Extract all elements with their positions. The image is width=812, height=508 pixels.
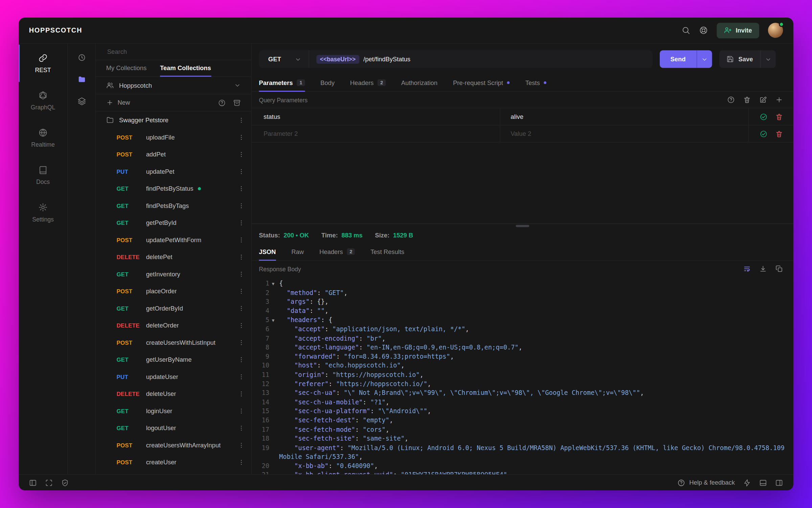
parameter-delete-icon[interactable] (775, 130, 783, 137)
nav-item-settings[interactable]: Settings (19, 194, 67, 231)
bulk-edit-icon[interactable] (759, 96, 767, 104)
right-panel-toggle-icon[interactable] (775, 479, 783, 487)
wrap-lines-icon[interactable] (743, 265, 751, 273)
support-button[interactable] (699, 26, 708, 35)
collection-item[interactable]: POST createUsersWithListInput (96, 334, 251, 351)
send-options-caret[interactable] (697, 50, 712, 68)
request-tab[interactable]: Parameters 1 (259, 75, 305, 92)
more-options-icon[interactable] (238, 168, 245, 175)
fold-arrow-icon[interactable] (272, 317, 275, 323)
collection-item[interactable]: POST uploadFile (96, 129, 251, 146)
history-tab-button[interactable] (73, 49, 90, 66)
url-input[interactable]: <<baseUrl>> /pet/findByStatus (309, 50, 652, 68)
collections-tab-button[interactable] (73, 70, 90, 88)
expand-icon[interactable] (45, 479, 53, 487)
fold-arrow-icon[interactable] (272, 281, 275, 287)
sidebar-toggle-icon[interactable] (29, 479, 37, 487)
more-options-icon[interactable] (238, 407, 245, 414)
more-options-icon[interactable] (238, 133, 245, 141)
interceptor-shield-icon[interactable] (61, 479, 69, 487)
resize-handle[interactable] (516, 225, 529, 227)
request-tab[interactable]: Pre-request Script (453, 75, 510, 92)
add-parameter-icon[interactable] (775, 96, 783, 104)
more-options-icon[interactable] (238, 356, 245, 363)
collection-item[interactable]: PUT updateUser (96, 368, 251, 385)
collections-tab[interactable]: Team Collections (160, 60, 211, 77)
collection-item[interactable]: POST placeOrder (96, 282, 251, 300)
collection-item[interactable]: POST updatePetWithForm (96, 231, 251, 249)
save-button[interactable]: Save (719, 50, 760, 68)
collection-item[interactable]: Swagger Petstore (96, 111, 251, 129)
nav-item-realtime[interactable]: Realtime (19, 119, 67, 156)
panel-layout-icon[interactable] (759, 479, 767, 487)
help-feedback-button[interactable]: Help & feedback (677, 479, 735, 487)
help-circle-icon[interactable] (727, 96, 735, 104)
search-input[interactable] (106, 47, 241, 56)
more-options-icon[interactable] (238, 424, 245, 431)
parameter-value-input[interactable]: Value 2 (500, 125, 748, 142)
collection-item[interactable] (96, 471, 251, 474)
more-options-icon[interactable] (238, 304, 245, 312)
base-url-chip[interactable]: <<baseUrl>> (316, 55, 359, 63)
collection-item[interactable]: POST addPet (96, 146, 251, 163)
save-options-caret[interactable] (760, 50, 776, 68)
nav-item-docs[interactable]: Docs (19, 156, 67, 194)
more-options-icon[interactable] (238, 270, 245, 277)
parameter-key-input[interactable]: status (252, 108, 500, 125)
more-options-icon[interactable] (238, 219, 245, 226)
collection-item[interactable]: DELETE deleteUser (96, 385, 251, 402)
collections-tab[interactable]: My Collections (106, 60, 146, 77)
more-options-icon[interactable] (238, 288, 245, 295)
nav-item-rest[interactable]: REST (19, 45, 67, 82)
environments-tab-button[interactable] (73, 92, 90, 110)
more-options-icon[interactable] (238, 151, 245, 158)
collection-item[interactable]: GET findPetsByStatus (96, 180, 251, 197)
nav-item-graphql[interactable]: GraphQL (19, 82, 67, 119)
response-tab[interactable]: JSON (259, 244, 276, 261)
more-options-icon[interactable] (238, 236, 245, 243)
invite-button[interactable]: Invite (717, 23, 759, 38)
request-tab[interactable]: Tests (525, 75, 547, 92)
collection-item[interactable]: POST createUsersWithArrayInput (96, 437, 251, 454)
import-export-icon[interactable] (233, 99, 241, 107)
collection-item[interactable]: GET getPetById (96, 214, 251, 231)
send-button[interactable]: Send (659, 50, 696, 68)
more-options-icon[interactable] (238, 253, 245, 260)
response-tab[interactable]: Raw (291, 244, 304, 261)
new-collection-button[interactable]: New (106, 99, 130, 106)
more-options-icon[interactable] (238, 373, 245, 380)
collection-item[interactable]: PUT updatePet (96, 163, 251, 180)
more-options-icon[interactable] (238, 322, 245, 329)
collection-item[interactable]: GET getInventory (96, 266, 251, 283)
more-options-icon[interactable] (238, 185, 245, 192)
method-select[interactable]: GET (259, 50, 309, 68)
collection-item[interactable]: GET getOrderById (96, 300, 251, 317)
more-options-icon[interactable] (238, 202, 245, 209)
request-tab[interactable]: Headers 2 (350, 75, 386, 92)
response-body-code[interactable]: 1 { 2 "method": "GET", (252, 277, 793, 474)
parameter-delete-icon[interactable] (775, 113, 783, 121)
collection-item[interactable]: DELETE deletePet (96, 248, 251, 266)
collection-item[interactable]: DELETE deleteOrder (96, 317, 251, 334)
more-options-icon[interactable] (238, 459, 245, 466)
parameter-key-input[interactable]: Parameter 2 (252, 125, 500, 142)
delete-all-icon[interactable] (743, 96, 751, 104)
more-options-icon[interactable] (238, 390, 245, 397)
collection-item[interactable]: GET loginUser (96, 402, 251, 420)
parameter-active-toggle-icon[interactable] (760, 113, 767, 121)
request-tab[interactable]: Body (320, 75, 335, 92)
more-options-icon[interactable] (238, 441, 245, 448)
download-icon[interactable] (759, 265, 767, 273)
collection-item[interactable]: GET findPetsByTags (96, 197, 251, 214)
request-tab[interactable]: Authorization (401, 75, 437, 92)
collection-item[interactable]: POST createUser (96, 453, 251, 471)
copy-icon[interactable] (775, 265, 783, 273)
response-tab[interactable]: Headers 2 (319, 244, 355, 261)
collection-item[interactable]: GET getUserByName (96, 351, 251, 368)
user-avatar[interactable] (768, 23, 783, 38)
help-circle-icon[interactable] (218, 99, 226, 107)
team-selector[interactable]: Hoppscotch (96, 77, 251, 94)
more-options-icon[interactable] (238, 117, 245, 124)
collection-item[interactable]: GET logoutUser (96, 419, 251, 437)
response-tab[interactable]: Test Results (370, 244, 404, 261)
